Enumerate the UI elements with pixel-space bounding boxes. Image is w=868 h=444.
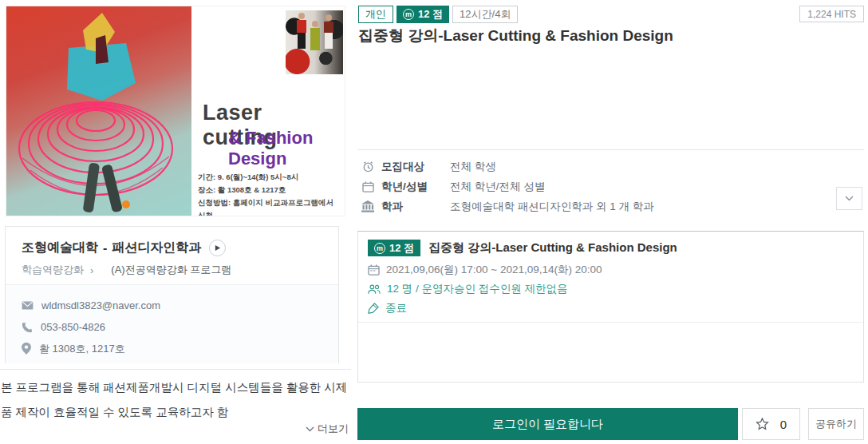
- program-description: 본 프로그램을 통해 패션제품개발시 디지털 시스템들을 활용한 시제품 제작이…: [1, 375, 349, 425]
- runway-models-thumbnail: [286, 10, 343, 74]
- info-label-department: 학과: [381, 200, 450, 214]
- department-name: 패션디자인학과: [112, 240, 201, 256]
- poster-detail-apply: 신청방법: 홈페이지 비교과프로그램에서 신청: [198, 196, 343, 216]
- info-label-target: 모집대상: [381, 160, 450, 174]
- course-box-divider: [358, 322, 863, 323]
- play-button[interactable]: [209, 240, 226, 256]
- badge-mileage-points: m 12 점: [397, 6, 449, 23]
- description-divider: [0, 369, 351, 370]
- breadcrumb-category[interactable]: 학습역량강화: [22, 263, 84, 277]
- info-value-target: 전체 학생: [450, 160, 496, 174]
- header-divider: [357, 149, 864, 150]
- course-points-label: 12 점: [389, 241, 414, 256]
- poster-title-line2: & Fashion Design: [228, 128, 345, 169]
- course-status-row: 종료: [358, 299, 863, 318]
- contact-phone-row: 053-850-4826: [22, 316, 322, 338]
- department-expand-button[interactable]: [836, 187, 862, 210]
- points-label: 12 점: [418, 7, 443, 22]
- organizer-contacts: wldmsdl3823@naver.com 053-850-4826 활 130…: [6, 284, 338, 363]
- info-row-target: 모집대상 전체 학생: [361, 157, 839, 176]
- contact-location-row: 활 1308호, 1217호: [22, 338, 322, 359]
- mileage-icon: m: [374, 243, 385, 254]
- breadcrumb-program[interactable]: (A)전공역량강화 프로그램: [111, 263, 231, 277]
- chevron-down-icon: [306, 426, 314, 432]
- calendar-icon: [368, 264, 380, 276]
- login-required-button[interactable]: 로그인이 필요합니다: [357, 408, 738, 440]
- program-poster-image: Laser cutting & Fashion Design 기간: 9. 6(…: [6, 6, 345, 216]
- organizer-header: 조형예술대학 - 패션디자인학과 학습역량강화 › (A)전공역량강화 프로그램: [6, 227, 338, 283]
- phone-icon: [22, 322, 33, 333]
- poster-fashion-photo: [6, 6, 191, 216]
- university-building-icon: [361, 200, 375, 212]
- pen-icon: [368, 303, 379, 314]
- breadcrumb-chevron-icon: ›: [90, 264, 93, 276]
- hits-counter: 1,224 HITS: [799, 6, 864, 22]
- contact-email: wldmsdl3823@naver.com: [41, 299, 160, 311]
- contact-location: 활 1308호, 1217호: [39, 342, 125, 356]
- info-label-grade-gender: 학년/성별: [381, 180, 450, 194]
- contact-phone: 053-850-4826: [41, 321, 105, 333]
- star-icon: [756, 418, 769, 430]
- contact-email-row: wldmsdl3823@naver.com: [22, 295, 322, 316]
- organizer-card: 조형예술대학 - 패션디자인학과 학습역량강화 › (A)전공역량강화 프로그램: [5, 226, 339, 363]
- badge-duration: 12시간/4회: [452, 6, 518, 23]
- people-icon: [368, 284, 381, 295]
- course-status: 종료: [385, 301, 407, 315]
- laser-cut-dress-illustration: [6, 6, 191, 216]
- header-badges: 개인 m 12 점 12시간/4회: [358, 6, 518, 23]
- course-date-range: 2021,09,06(월) 17:00 ~ 2021,09,14(화) 20:0…: [386, 263, 602, 277]
- poster-detail-place: 장소: 활 1308호 & 1217호: [198, 184, 343, 196]
- play-icon: [214, 244, 221, 252]
- alarm-clock-icon: [361, 161, 375, 172]
- show-more-link[interactable]: 더보기: [0, 422, 349, 436]
- poster-detail-period: 기간: 9. 6(월)~14(화) 5시~8시: [198, 171, 343, 184]
- course-date-row: 2021,09,06(월) 17:00 ~ 2021,09,14(화) 20:0…: [358, 260, 863, 279]
- title-dash: -: [103, 241, 107, 256]
- poster-text-panel: Laser cutting & Fashion Design 기간: 9. 6(…: [191, 6, 345, 216]
- envelope-icon: [22, 301, 34, 310]
- organizer-title: 조형예술대학 - 패션디자인학과: [22, 240, 322, 256]
- course-session-box: m 12 점 집중형 강의-Laser Cutting & Fashion De…: [357, 231, 864, 383]
- poster-detail-lines: 기간: 9. 6(월)~14(화) 5시~8시 장소: 활 1308호 & 12…: [198, 171, 343, 216]
- course-session-title: 집중형 강의-Laser Cutting & Fashion Design: [428, 240, 677, 256]
- program-info-list: 모집대상 전체 학생 학년/성별 전체 학년/전체 성별: [361, 157, 839, 216]
- breadcrumb: 학습역량강화 › (A)전공역량강화 프로그램: [22, 263, 322, 277]
- course-points-badge: m 12 점: [368, 240, 420, 256]
- chevron-down-icon: [845, 196, 854, 201]
- mileage-icon: m: [403, 9, 414, 20]
- course-capacity: 12 명 / 운영자승인 접수인원 제한없음: [387, 282, 568, 296]
- favorite-button[interactable]: 0: [742, 408, 800, 440]
- course-capacity-row: 12 명 / 운영자승인 접수인원 제한없음: [358, 279, 863, 299]
- info-value-grade-gender: 전체 학년/전체 성별: [450, 180, 545, 194]
- info-row-department: 학과 조형예술대학 패션디자인학과 외 1 개 학과: [361, 196, 839, 216]
- calendar-icon: [361, 181, 375, 192]
- badge-personal: 개인: [358, 6, 393, 23]
- page-title: 집중형 강의-Laser Cutting & Fashion Design: [358, 26, 805, 46]
- favorite-count: 0: [780, 418, 787, 431]
- info-row-grade-gender: 학년/성별 전체 학년/전체 성별: [361, 176, 839, 196]
- course-session-header: m 12 점 집중형 강의-Laser Cutting & Fashion De…: [358, 232, 863, 256]
- location-pin-icon: [22, 343, 31, 355]
- program-detail-page: Laser cutting & Fashion Design 기간: 9. 6(…: [0, 0, 868, 444]
- info-value-department: 조형예술대학 패션디자인학과 외 1 개 학과: [450, 200, 654, 214]
- show-more-label: 더보기: [318, 422, 349, 436]
- share-button[interactable]: 공유하기: [808, 408, 864, 440]
- college-name: 조형예술대학: [22, 240, 98, 256]
